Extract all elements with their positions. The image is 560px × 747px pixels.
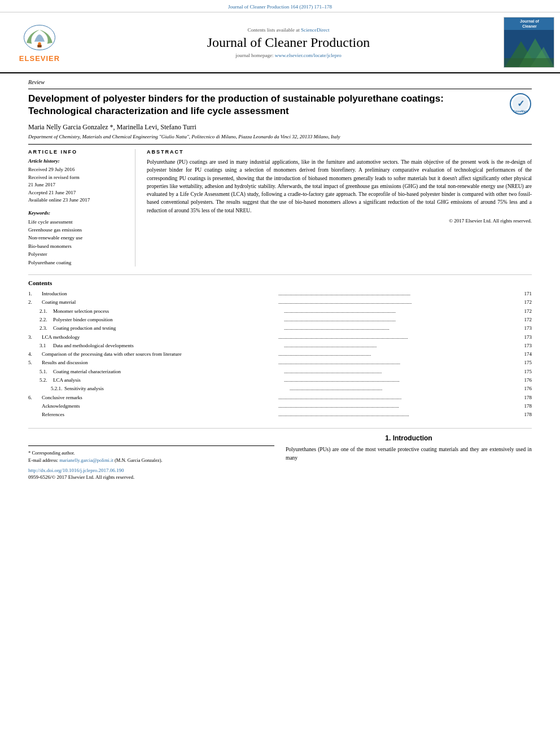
contents-page-5-2: 176 bbox=[515, 376, 532, 385]
contents-page-5: 175 bbox=[515, 359, 532, 367]
contents-page-4: 174 bbox=[515, 350, 532, 359]
keyword-2: Greenhouse gas emissions bbox=[28, 226, 128, 234]
keyword-1: Life cycle assessment bbox=[28, 218, 128, 226]
contents-dots-5: ........................................… bbox=[278, 359, 515, 367]
contents-row-ref: References .............................… bbox=[28, 410, 532, 419]
svg-text:CrossMark: CrossMark bbox=[513, 110, 528, 113]
divider-after-type bbox=[28, 89, 532, 89]
contents-label-3-1: Data and methodological developments bbox=[53, 342, 284, 350]
contents-label-2-1: Monomer selection process bbox=[53, 307, 284, 316]
svg-rect-2 bbox=[37, 45, 41, 47]
available-date: Available online 23 June 2017 bbox=[28, 196, 128, 204]
elsevier-tree-icon bbox=[17, 22, 62, 53]
keyword-3: Non-renewable energy use bbox=[28, 234, 128, 242]
contents-label-4: Comparison of the processing data with o… bbox=[42, 350, 278, 359]
contents-label-2-2: Polyester binder composition bbox=[53, 316, 284, 324]
contents-dots-6: ........................................… bbox=[278, 394, 515, 402]
contents-num-1: 1. bbox=[28, 290, 42, 298]
contents-dots-1: ........................................… bbox=[278, 290, 515, 298]
contents-label-5-1: Coating material characterization bbox=[53, 368, 284, 376]
contents-row-1: 1. Introduction ........................… bbox=[28, 290, 532, 298]
top-bar: Journal of Cleaner Production 164 (2017)… bbox=[0, 0, 560, 12]
contents-label-2-3: Coating production and testing bbox=[53, 324, 284, 333]
accepted-date: Accepted 21 June 2017 bbox=[28, 189, 128, 197]
contents-dots-2-2: ........................................… bbox=[284, 316, 515, 324]
homepage-link[interactable]: www.elsevier.com/locate/jclepro bbox=[275, 53, 342, 58]
contents-label-5-2-1: Sensitivity analysis bbox=[64, 385, 290, 393]
contents-row-ack: Acknowledgments ........................… bbox=[28, 402, 532, 410]
contents-title: Contents bbox=[28, 279, 532, 286]
svg-text:✓: ✓ bbox=[517, 99, 524, 108]
journal-center: Contents lists available at ScienceDirec… bbox=[73, 27, 504, 58]
intro-section-title: 1. Introduction bbox=[286, 434, 532, 442]
contents-num-3-1: 3.1 bbox=[40, 342, 53, 350]
contents-dots-2-1: ........................................… bbox=[284, 307, 515, 316]
sciencedirect-label: Contents lists available at ScienceDirec… bbox=[73, 27, 504, 33]
contents-row-2-2: 2.2. Polyester binder composition ......… bbox=[28, 316, 532, 324]
received-date: Received 29 July 2016 bbox=[28, 166, 128, 174]
contents-dots-5-2-1: ........................................… bbox=[290, 385, 515, 393]
contents-row-6: 6. Conclusive remarks ..................… bbox=[28, 394, 532, 402]
abstract-text: Polyurethane (PU) coatings are used in m… bbox=[147, 158, 532, 215]
contents-num-ref bbox=[28, 410, 42, 419]
article-info-column: Article Info Article history: Received 2… bbox=[28, 149, 135, 267]
elsevier-text: ELSEVIER bbox=[19, 54, 60, 63]
contents-table: 1. Introduction ........................… bbox=[28, 290, 532, 419]
elsevier-logo-area: ELSEVIER bbox=[6, 22, 73, 63]
contents-num-5-2: 5.2. bbox=[40, 376, 53, 385]
contents-dots-3-1: ........................................… bbox=[284, 342, 515, 350]
keyword-5: Polyester bbox=[28, 250, 128, 258]
introduction-text-area: 1. Introduction Polyurethanes (PUs) are … bbox=[286, 434, 532, 480]
contents-page-ref: 178 bbox=[515, 410, 532, 419]
contents-num-2: 2. bbox=[28, 298, 42, 307]
contents-row-5-2-1: 5.2.1. Sensitivity analysis ............… bbox=[28, 385, 532, 393]
intro-body-text: Polyurethanes (PUs) are one of the most … bbox=[286, 445, 532, 462]
footnotes-area: * Corresponding author. E-mail address: … bbox=[28, 434, 274, 480]
footnote-email-link[interactable]: marianelly.garcia@polimi.it bbox=[59, 457, 113, 463]
contents-page-1: 171 bbox=[515, 290, 532, 298]
contents-row-2-3: 2.3. Coating production and testing ....… bbox=[28, 324, 532, 333]
contents-row-5-2: 5.2. LCA analysis ......................… bbox=[28, 376, 532, 385]
authors-line: Maria Nelly Garcia Gonzalez *, Marinella… bbox=[28, 123, 532, 132]
contents-page-ack: 178 bbox=[515, 402, 532, 410]
contents-label-1: Introduction bbox=[42, 290, 278, 298]
contents-label-ref: References bbox=[42, 410, 278, 419]
history-label: Article history: bbox=[28, 158, 128, 164]
contents-num-3: 3. bbox=[28, 333, 42, 342]
issn-line: 0959-6526/© 2017 Elsevier Ltd. All right… bbox=[28, 474, 274, 480]
contents-row-5-1: 5.1. Coating material characterization .… bbox=[28, 368, 532, 376]
contents-dots-4: ........................................… bbox=[278, 350, 515, 359]
contents-row-4: 4. Comparison of the processing data wit… bbox=[28, 350, 532, 359]
contents-dots-ack: ........................................… bbox=[278, 402, 515, 410]
contents-section: Contents 1. Introduction ...............… bbox=[28, 274, 532, 419]
contents-page-2-2: 172 bbox=[515, 316, 532, 324]
article-info-heading: Article Info bbox=[28, 149, 128, 155]
contents-num-2-2: 2.2. bbox=[40, 316, 53, 324]
journal-citation-link[interactable]: Journal of Cleaner Production 164 (2017)… bbox=[228, 4, 332, 10]
contents-num-4: 4. bbox=[28, 350, 42, 359]
doi-line: http://dx.doi.org/10.1016/j.jclepro.2017… bbox=[28, 468, 274, 473]
main-content: Review Development of polyester binders … bbox=[0, 73, 560, 486]
contents-page-6: 178 bbox=[515, 394, 532, 402]
contents-row-3-1: 3.1 Data and methodological developments… bbox=[28, 342, 532, 350]
footnote-block: * Corresponding author. E-mail address: … bbox=[28, 445, 274, 464]
contents-dots-5-1: ........................................… bbox=[284, 368, 515, 376]
doi-link[interactable]: http://dx.doi.org/10.1016/j.jclepro.2017… bbox=[28, 468, 124, 473]
contents-page-2-1: 172 bbox=[515, 307, 532, 316]
article-info-abstract: Article Info Article history: Received 2… bbox=[28, 144, 532, 267]
journal-title: Journal of Cleaner Production bbox=[73, 35, 504, 50]
article-type-label: Review bbox=[28, 79, 532, 85]
contents-dots-3: ........................................… bbox=[278, 333, 515, 342]
contents-num-ack bbox=[28, 402, 42, 410]
elsevier-logo: ELSEVIER bbox=[17, 22, 62, 63]
journal-cover-image: Journal of Cleaner Production bbox=[504, 17, 554, 68]
contents-page-5-2-1: 176 bbox=[515, 385, 532, 393]
sciencedirect-link[interactable]: ScienceDirect bbox=[301, 27, 329, 33]
contents-page-2: 172 bbox=[515, 298, 532, 307]
contents-page-2-3: 173 bbox=[515, 324, 532, 333]
contents-row-3: 3. LCA methodology .....................… bbox=[28, 333, 532, 342]
copyright-text: © 2017 Elsevier Ltd. All rights reserved… bbox=[147, 218, 532, 224]
crossmark-icon: ✓ CrossMark bbox=[509, 93, 532, 115]
introduction-section: * Corresponding author. E-mail address: … bbox=[28, 428, 532, 480]
contents-label-5: Results and discussion bbox=[42, 359, 278, 367]
